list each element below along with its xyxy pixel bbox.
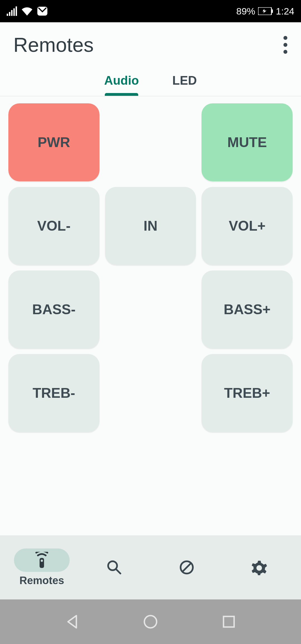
bass-down-button[interactable]: BASS- [8, 270, 99, 348]
svg-rect-0 [7, 14, 8, 16]
nav-remotes[interactable]: Remotes [14, 548, 70, 587]
system-nav [0, 599, 301, 644]
signal-icon [7, 6, 17, 16]
battery-percent: 89% [236, 6, 255, 17]
svg-point-12 [41, 560, 43, 562]
home-icon[interactable] [143, 614, 158, 629]
svg-rect-1 [9, 12, 10, 16]
recents-icon[interactable] [222, 615, 235, 628]
status-bar: 89% 1:24 [0, 0, 301, 22]
svg-line-16 [182, 563, 191, 572]
nav-block[interactable] [159, 556, 215, 579]
svg-rect-18 [224, 616, 234, 627]
remote-button-grid: PWR MUTE VOL- IN VOL+ BASS- BASS+ TREB- … [0, 96, 301, 432]
svg-point-9 [283, 43, 287, 47]
svg-point-17 [144, 616, 157, 628]
status-left [7, 6, 48, 16]
svg-rect-4 [16, 6, 17, 16]
svg-point-8 [283, 36, 287, 40]
status-time: 1:24 [276, 6, 294, 17]
treble-up-button[interactable]: TREB+ [202, 354, 293, 432]
mute-button[interactable]: MUTE [202, 103, 293, 181]
page-title: Remotes [13, 33, 94, 56]
treble-down-button[interactable]: TREB- [8, 354, 99, 432]
mail-icon [37, 6, 48, 16]
app-header: Remotes [0, 22, 301, 69]
power-button[interactable]: PWR [8, 103, 99, 181]
svg-rect-2 [11, 10, 13, 16]
svg-rect-11 [40, 558, 44, 568]
svg-rect-7 [271, 9, 273, 13]
svg-rect-3 [13, 8, 15, 16]
block-icon [179, 560, 195, 575]
tab-audio[interactable]: Audio [104, 69, 139, 96]
remote-icon [35, 552, 48, 569]
nav-search[interactable] [86, 556, 142, 579]
battery-icon [258, 7, 273, 15]
gear-icon [251, 560, 267, 575]
tabs: Audio LED [0, 69, 301, 96]
nav-remotes-label: Remotes [20, 575, 64, 587]
svg-point-10 [283, 50, 287, 54]
back-icon[interactable] [66, 614, 79, 629]
volume-down-button[interactable]: VOL- [8, 187, 99, 265]
volume-up-button[interactable]: VOL+ [202, 187, 293, 265]
tab-led[interactable]: LED [172, 69, 197, 96]
bass-up-button[interactable]: BASS+ [202, 270, 293, 348]
svg-line-14 [116, 569, 120, 574]
bottom-nav: Remotes [0, 535, 301, 599]
status-right: 89% 1:24 [236, 6, 294, 17]
input-button[interactable]: IN [105, 187, 196, 265]
search-icon [106, 560, 122, 575]
nav-settings[interactable] [231, 556, 287, 579]
wifi-icon [21, 7, 33, 16]
overflow-menu-icon[interactable] [283, 36, 288, 54]
